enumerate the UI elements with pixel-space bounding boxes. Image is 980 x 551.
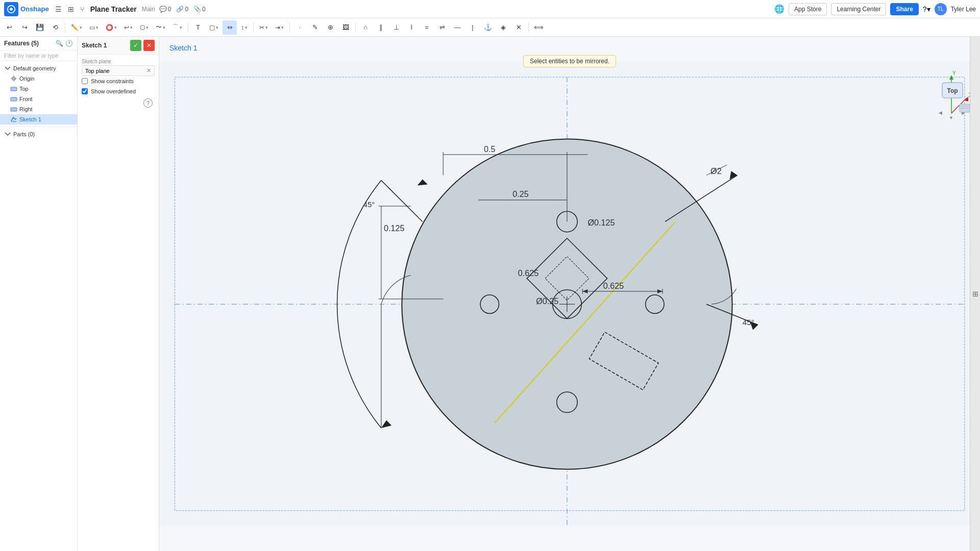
- hamburger-icon[interactable]: ☰: [53, 4, 64, 14]
- sketch-plane-label: Sketch plane: [82, 59, 155, 64]
- app-store-button[interactable]: App Store: [789, 3, 827, 15]
- transform-tool[interactable]: ↕▾: [238, 20, 251, 35]
- dimension-tool[interactable]: ⟺: [531, 20, 546, 35]
- offset-tool[interactable]: ▢▾: [206, 20, 222, 35]
- sketch1-label: Sketch 1: [19, 116, 41, 122]
- comments-icon[interactable]: 💬 0: [159, 6, 172, 13]
- text-tool[interactable]: T: [191, 20, 205, 35]
- save-button[interactable]: 💾: [33, 20, 47, 35]
- center-mark-tool[interactable]: ⊕: [323, 20, 337, 35]
- show-constraints-row: Show constraints: [82, 76, 155, 86]
- svg-text:0.625: 0.625: [518, 268, 538, 278]
- restore-button[interactable]: ⟲: [48, 20, 62, 35]
- sketch-panel: Sketch 1 ✓ ✕ Sketch plane Top plane ✕ Sh…: [78, 37, 159, 551]
- mirror-tool[interactable]: ⇔: [223, 20, 237, 35]
- tree-item-top[interactable]: Top: [0, 84, 77, 94]
- perp-tool[interactable]: ⊥: [389, 20, 403, 35]
- svg-text:0.5: 0.5: [484, 144, 495, 154]
- tree-item-front[interactable]: Front: [0, 94, 77, 104]
- svg-text:Ø0.25: Ø0.25: [536, 296, 558, 306]
- sketch-plane-value: Top plane ✕: [82, 65, 155, 76]
- origin-label: Origin: [19, 76, 34, 82]
- canvas-area[interactable]: Select entities to be mirrored. Sketch 1: [159, 37, 980, 551]
- origin-icon: [10, 75, 17, 82]
- circle-tool[interactable]: ⭕▾: [103, 20, 120, 35]
- sketch-pic-tool[interactable]: 🖼: [338, 20, 353, 35]
- sketch-plane-clear-icon[interactable]: ✕: [146, 67, 151, 74]
- show-overdefined-row: Show overdefined: [82, 86, 155, 96]
- tree-item-sketch1[interactable]: Sketch 1: [0, 114, 77, 124]
- line-tool[interactable]: ✏️▾: [68, 20, 85, 35]
- show-overdefined-checkbox[interactable]: [82, 88, 88, 94]
- parts-section-label[interactable]: Parts (0): [0, 129, 77, 139]
- default-geometry-section[interactable]: Default geometry: [0, 63, 77, 73]
- trim-tool[interactable]: ✂▾: [256, 20, 271, 35]
- svg-rect-4: [11, 87, 17, 91]
- svg-text:Ø0.125: Ø0.125: [587, 218, 615, 228]
- default-geometry-label: Default geometry: [13, 65, 56, 71]
- redo-button[interactable]: ↪: [17, 20, 32, 35]
- horiz-tool[interactable]: —: [450, 20, 464, 35]
- parts-label: Parts (0): [13, 131, 35, 137]
- sketch-body: Sketch plane Top plane ✕ Show constraint…: [78, 55, 159, 114]
- svg-text:Top: Top: [947, 87, 958, 94]
- midpoint-tool[interactable]: ◈: [496, 20, 510, 35]
- topbar-counts: 💬 0 🔗 0 📎 0: [159, 6, 206, 13]
- parts-section: Parts (0): [0, 127, 77, 141]
- polygon-tool[interactable]: ⬡▾: [137, 20, 152, 35]
- learning-center-button[interactable]: Learning Center: [831, 3, 886, 15]
- plane-icon-right: [10, 106, 17, 113]
- help-icon[interactable]: ?: [143, 98, 153, 108]
- tangent-tool[interactable]: ⌇: [404, 20, 419, 35]
- sketch-cancel-button[interactable]: ✕: [143, 40, 155, 51]
- tooltip: Select entities to be mirrored.: [523, 55, 616, 67]
- search-icon[interactable]: 🔍: [56, 40, 63, 47]
- logo-text: Onshape: [20, 5, 49, 13]
- svg-text:45°: 45°: [363, 200, 375, 209]
- arc-tool[interactable]: ↩▾: [121, 20, 136, 35]
- avatar[interactable]: TL: [935, 3, 947, 15]
- features-title: Features (5): [4, 40, 39, 47]
- feat-icons: 🔍 🕐: [56, 40, 73, 47]
- fillet-tool[interactable]: ⌒▾: [169, 20, 185, 35]
- features-header: Features (5) 🔍 🕐: [0, 37, 77, 51]
- menu-icons: ☰ ⊞ ⑂: [53, 4, 86, 14]
- share-button[interactable]: Share: [890, 3, 918, 15]
- sketch-icon: [10, 116, 17, 123]
- edge-icon-1[interactable]: ⊞: [972, 290, 978, 298]
- toolbar: ↩ ↪ 💾 ⟲ ✏️▾ ▭▾ ⭕▾ ↩▾ ⬡▾ 〜▾ ⌒▾ T ▢▾ ⇔ ↕▾ …: [0, 18, 980, 37]
- extend-tool[interactable]: ⇥▾: [272, 20, 287, 35]
- equal-tool[interactable]: =: [420, 20, 434, 35]
- parallel-tool[interactable]: ∥: [374, 20, 388, 35]
- help-icon[interactable]: ?▾: [923, 5, 930, 13]
- filter-input[interactable]: [0, 51, 77, 61]
- rect-tool[interactable]: ▭▾: [86, 20, 102, 35]
- sketch-plane-text: Top plane: [85, 68, 110, 74]
- fix-tool[interactable]: ⚓: [481, 20, 495, 35]
- spline-tool[interactable]: 〜▾: [153, 20, 168, 35]
- branch-icon[interactable]: ⑂: [78, 4, 86, 14]
- files-icon[interactable]: 📎 0: [193, 6, 206, 13]
- sketch-panel-title: Sketch 1: [82, 42, 107, 49]
- main: Features (5) 🔍 🕐 Default geometry Origin…: [0, 37, 980, 551]
- tree-item-origin[interactable]: Origin: [0, 73, 77, 84]
- topbar: Onshape ☰ ⊞ ⑂ Plane Tracker Main 💬 0 🔗 0…: [0, 0, 980, 18]
- symmetric-tool[interactable]: ⇌: [435, 20, 449, 35]
- pierce-tool[interactable]: ✕: [511, 20, 526, 35]
- tree-item-right[interactable]: Right: [0, 104, 77, 114]
- undo-button[interactable]: ↩: [2, 20, 16, 35]
- top-label: Top: [19, 86, 29, 92]
- links-icon[interactable]: 🔗 0: [176, 6, 188, 13]
- show-constraints-checkbox[interactable]: [82, 78, 88, 84]
- sketch-ok-button[interactable]: ✓: [130, 40, 141, 51]
- vert-tool[interactable]: |: [465, 20, 480, 35]
- logo[interactable]: Onshape: [4, 2, 49, 16]
- logo-icon: [4, 2, 18, 16]
- grid-icon[interactable]: ⊞: [66, 4, 76, 14]
- construct-tool[interactable]: ✎: [308, 20, 322, 35]
- view-cube[interactable]: Y X ◀ ▶ ▼ Top: [931, 67, 972, 129]
- point-tool[interactable]: ·: [292, 20, 307, 35]
- history-icon[interactable]: 🕐: [65, 40, 73, 47]
- globe-icon[interactable]: 🌐: [774, 4, 785, 14]
- coincident-tool[interactable]: ∩: [358, 20, 373, 35]
